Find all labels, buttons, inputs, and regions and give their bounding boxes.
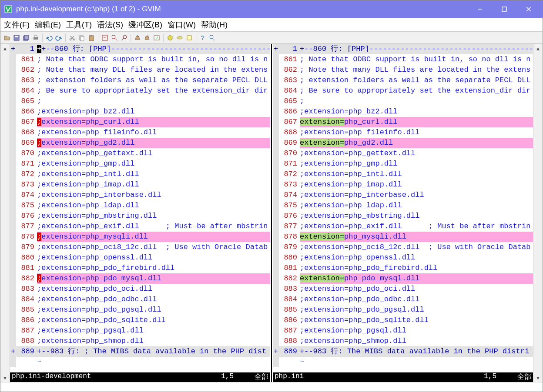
menu-edit[interactable]: 编辑(E): [35, 20, 61, 30]
linenum: 1: [279, 44, 300, 54]
code-line: ;extension=php_imap.dll: [37, 179, 270, 190]
code-line: ;extension=php_exif.dll ; Must be after …: [37, 221, 270, 232]
linenum: 868: [16, 127, 37, 138]
savesess-icon[interactable]: [143, 33, 151, 42]
status-percent: 全部: [234, 372, 268, 382]
maximize-button[interactable]: [492, 0, 516, 18]
window-title: php.ini-development (c:\php) (1 of 2) - …: [16, 5, 468, 13]
diff-line: php_gd2.dll: [344, 139, 393, 147]
fold-header[interactable]: +--983 行: ; The MIBS data available in t…: [37, 346, 270, 357]
linenum: 889: [279, 346, 300, 357]
menu-help[interactable]: 帮助(H): [201, 20, 228, 30]
loadsess-icon[interactable]: [133, 33, 142, 42]
titlebar: php.ini-development (c:\php) (1 of 2) - …: [0, 0, 543, 18]
menu-window[interactable]: 窗口(W): [168, 20, 196, 30]
menu-tools[interactable]: 工具(T): [66, 20, 92, 30]
linenum: 862: [16, 65, 37, 75]
menu-file[interactable]: 文件(F): [4, 20, 30, 30]
svg-rect-10: [34, 36, 37, 37]
fold-header[interactable]: +--983 行: The MIBS data available in the…: [300, 346, 533, 357]
scroll-down-icon[interactable]: ▾: [534, 373, 543, 382]
code-line: ;: [300, 96, 533, 106]
linenum: 875: [279, 200, 300, 211]
minimize-button[interactable]: [468, 0, 492, 18]
linenum: 876: [16, 211, 37, 221]
code-line: ;extension=php_intl.dll: [300, 169, 533, 179]
linenum: 863: [16, 75, 37, 86]
diff-change: ;: [37, 118, 41, 126]
help-icon[interactable]: ?: [198, 33, 207, 42]
undo-icon[interactable]: [45, 33, 54, 42]
svg-point-21: [177, 37, 182, 39]
diff-change: extension: [300, 118, 340, 126]
save-icon[interactable]: [12, 33, 21, 42]
tilde-line: ~: [37, 357, 270, 367]
toolbar-separator: [42, 34, 43, 42]
linenum: 867: [279, 117, 300, 127]
linenum: 877: [279, 221, 300, 232]
code-line: ;extension=php_pdo_firebird.dll: [37, 263, 270, 273]
code-line: ;extension=php_gmp.dll: [300, 159, 533, 169]
ctags-icon[interactable]: [185, 33, 194, 42]
diff-line: php_mysqli.dll: [344, 233, 406, 241]
redo-icon[interactable]: [54, 33, 63, 42]
saveall-icon[interactable]: [22, 33, 30, 42]
copy-icon[interactable]: [77, 33, 86, 42]
linenum: 881: [16, 263, 37, 273]
diff-change: extension: [300, 233, 340, 241]
linenum: 888: [16, 336, 37, 346]
cut-icon[interactable]: [68, 33, 77, 42]
statusline-left: php.ini-development 1,5 全部: [10, 372, 270, 382]
menu-syntax[interactable]: 语法(S): [97, 20, 123, 30]
linenum: 880: [16, 252, 37, 263]
pane-left[interactable]: +1++--860 行: [PHP]----------------------…: [10, 44, 270, 382]
code-line: ; Be sure to appropriately set the exten…: [300, 86, 533, 96]
linenum: 879: [279, 242, 300, 252]
fold-header[interactable]: +--860 行: [PHP]-------------------------…: [41, 45, 270, 53]
linenum: 862: [279, 65, 300, 75]
linenum: 866: [279, 106, 300, 117]
replace-icon[interactable]: [101, 33, 109, 42]
code-line: ;extension=php_oci8_12c.dll ; Use with O…: [300, 242, 533, 252]
linenum: 876: [279, 211, 300, 221]
scrollbar-left[interactable]: ▴ ▾: [0, 44, 10, 382]
linenum: 885: [279, 305, 300, 315]
shell-icon[interactable]: [175, 33, 184, 42]
print-icon[interactable]: [31, 33, 40, 42]
close-button[interactable]: [516, 0, 541, 18]
findhelp-icon[interactable]: [208, 33, 217, 42]
code-line: ;extension=php_gettext.dll: [300, 148, 533, 159]
linenum: 1: [16, 44, 37, 54]
svg-point-19: [123, 35, 127, 39]
linenum: 889: [16, 346, 37, 357]
runscript-icon[interactable]: [152, 33, 161, 42]
code-line: ; Note that ODBC support is built in, so…: [300, 54, 533, 65]
menu-buffers[interactable]: 缓冲区(B): [128, 20, 162, 30]
linenum: 887: [279, 326, 300, 336]
fold-header[interactable]: +--860 行: [PHP]-------------------------…: [300, 44, 533, 54]
linenum: 883: [279, 284, 300, 294]
make-icon[interactable]: [166, 33, 174, 42]
svg-rect-0: [5, 6, 12, 13]
open-icon[interactable]: [3, 33, 11, 42]
pane-right[interactable]: +1+--860 行: [PHP]-----------------------…: [273, 44, 533, 382]
linenum: 864: [16, 86, 37, 96]
code-line: ; Note that ODBC support is built in, so…: [37, 54, 270, 65]
svg-point-18: [112, 35, 115, 39]
linenum: 871: [279, 159, 300, 169]
findnext-icon[interactable]: [110, 33, 119, 42]
code-line: ; extension folders as well as the separ…: [300, 75, 533, 86]
scroll-up-icon[interactable]: ▴: [1, 44, 10, 53]
scroll-down-icon[interactable]: ▾: [1, 373, 10, 382]
scrollbar-right[interactable]: ▴ ▾: [533, 44, 543, 382]
toolbar-separator: [98, 34, 98, 42]
code-line: ;extension=php_interbase.dll: [37, 190, 270, 200]
findprev-icon[interactable]: [120, 33, 128, 42]
code-line: ;: [37, 96, 270, 106]
scroll-up-icon[interactable]: ▴: [534, 44, 543, 53]
command-line[interactable]: [0, 382, 543, 392]
code-line: ;extension=php_pdo_sqlite.dll: [37, 315, 270, 326]
paste-icon[interactable]: [87, 33, 96, 42]
linenum: 872: [16, 169, 37, 179]
linenum: 873: [279, 179, 300, 190]
